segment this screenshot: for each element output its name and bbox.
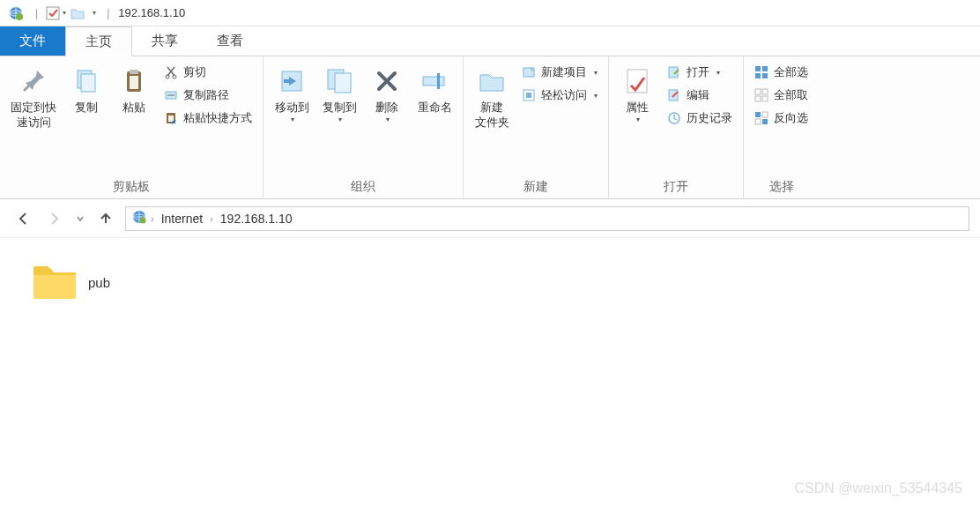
svg-rect-33 xyxy=(762,96,768,101)
newfolder-button[interactable]: 新建 文件夹 xyxy=(469,60,515,134)
chevron-down-icon: ▾ xyxy=(716,69,720,77)
selectnone-button[interactable]: 全部取 xyxy=(749,85,813,106)
cut-label: 剪切 xyxy=(183,64,206,80)
nav-back-button[interactable] xyxy=(11,206,35,231)
delete-label: 删除 xyxy=(375,101,398,116)
clipboard-group-label: 剪贴板 xyxy=(5,175,257,197)
nav-forward-button[interactable] xyxy=(42,206,67,231)
open-button[interactable]: 打开 ▾ xyxy=(662,62,738,83)
qat-folder-icon[interactable] xyxy=(70,5,85,21)
content-area: pub xyxy=(0,238,980,326)
svg-rect-16 xyxy=(335,73,351,93)
selectnone-label: 全部取 xyxy=(774,87,808,103)
rename-label: 重命名 xyxy=(418,101,452,116)
chevron-down-icon: ▾ xyxy=(636,116,640,123)
moveto-icon xyxy=(276,65,308,97)
invertselect-icon xyxy=(754,111,768,125)
svg-rect-13 xyxy=(168,116,174,122)
new-group-label: 新建 xyxy=(469,175,603,197)
rename-icon xyxy=(419,65,450,97)
copyto-icon xyxy=(323,65,355,97)
invertselect-label: 反向选 xyxy=(774,110,808,126)
folder-icon xyxy=(30,259,79,305)
breadcrumb-current[interactable]: 192.168.1.10 xyxy=(217,212,296,226)
copy-button[interactable]: 复制 xyxy=(63,60,109,119)
svg-rect-27 xyxy=(762,66,768,71)
history-icon xyxy=(667,111,681,125)
organize-group-label: 组织 xyxy=(269,175,457,197)
history-label: 历史记录 xyxy=(687,110,732,126)
qat-customize-dropdown[interactable]: ▾ xyxy=(93,9,96,17)
invertselect-button[interactable]: 反向选 xyxy=(749,108,813,129)
copyto-label: 复制到 xyxy=(323,101,357,116)
copypath-button[interactable]: 复制路径 xyxy=(159,85,257,106)
svg-rect-34 xyxy=(755,112,761,117)
edit-button[interactable]: 编辑 xyxy=(662,85,738,106)
qat-checkbox-icon[interactable]: ▾ xyxy=(45,5,66,21)
breadcrumb-root[interactable]: Internet xyxy=(158,212,206,226)
edit-label: 编辑 xyxy=(687,87,709,103)
newfolder-label: 新建 文件夹 xyxy=(475,101,509,130)
tab-file[interactable]: 文件 xyxy=(0,26,65,56)
chevron-down-icon: ▾ xyxy=(291,116,294,123)
easyaccess-label: 轻松访问 xyxy=(541,87,587,103)
titlebar: | ▾ ▾ | 192.168.1.10 xyxy=(0,0,980,26)
history-button[interactable]: 历史记录 xyxy=(662,108,738,129)
svg-rect-31 xyxy=(762,89,768,94)
folder-label: pub xyxy=(88,275,110,290)
chevron-down-icon: ▾ xyxy=(594,69,598,77)
paste-label: 粘贴 xyxy=(122,101,145,116)
tab-view[interactable]: 查看 xyxy=(197,26,263,56)
address-path[interactable]: › Internet › 192.168.1.10 xyxy=(125,206,969,231)
window-title: 192.168.1.10 xyxy=(118,6,185,19)
svg-rect-37 xyxy=(762,119,768,124)
pasteshortcut-button[interactable]: 粘贴快捷方式 xyxy=(159,108,257,129)
selectall-button[interactable]: 全部选 xyxy=(749,62,813,83)
svg-rect-36 xyxy=(755,119,761,124)
ribbon: 固定到快 速访问 复制 粘贴 剪切 xyxy=(0,56,980,199)
copy-label: 复制 xyxy=(75,101,98,116)
nav-up-button[interactable] xyxy=(93,206,118,231)
ribbon-group-select: 全部选 全部取 反向选 选择 xyxy=(744,56,819,198)
pin-icon xyxy=(18,65,49,97)
nav-recent-dropdown[interactable] xyxy=(74,206,86,231)
pin-quickaccess-button[interactable]: 固定到快 速访问 xyxy=(5,60,62,134)
addressbar: › Internet › 192.168.1.10 xyxy=(0,199,980,238)
tab-home[interactable]: 主页 xyxy=(65,26,132,56)
ribbon-group-new: 新建 文件夹 新建项目 ▾ 轻松访问 ▾ 新建 xyxy=(464,56,609,198)
svg-rect-7 xyxy=(130,70,138,74)
pasteshortcut-icon xyxy=(164,111,178,125)
cut-icon xyxy=(164,65,178,79)
chevron-right-icon: › xyxy=(210,213,213,224)
easyaccess-button[interactable]: 轻松访问 ▾ xyxy=(516,85,603,106)
svg-point-2 xyxy=(16,13,23,20)
properties-button[interactable]: 属性 ▾ xyxy=(614,60,660,127)
separator: | xyxy=(107,7,109,19)
internet-icon xyxy=(131,209,147,227)
svg-rect-21 xyxy=(526,93,531,98)
tab-share[interactable]: 共享 xyxy=(132,26,197,56)
chevron-down-icon: ▾ xyxy=(386,116,390,123)
rename-button[interactable]: 重命名 xyxy=(412,60,457,119)
select-group-label: 选择 xyxy=(749,175,813,197)
svg-rect-18 xyxy=(437,73,440,89)
cut-button[interactable]: 剪切 xyxy=(159,62,257,83)
paste-button[interactable]: 粘贴 xyxy=(111,60,157,119)
window-icon xyxy=(7,4,28,22)
delete-button[interactable]: 删除 ▾ xyxy=(364,60,410,127)
svg-rect-17 xyxy=(423,77,444,86)
svg-rect-32 xyxy=(755,96,761,101)
moveto-button[interactable]: 移动到 ▾ xyxy=(269,60,315,127)
svg-rect-29 xyxy=(762,73,768,78)
svg-rect-28 xyxy=(755,73,761,78)
chevron-right-icon: › xyxy=(151,213,154,224)
copy-icon xyxy=(71,65,102,97)
ribbon-tabs: 文件 主页 共享 查看 xyxy=(0,26,980,56)
chevron-down-icon: ▾ xyxy=(338,116,342,123)
copypath-label: 复制路径 xyxy=(183,87,229,103)
newitem-button[interactable]: 新建项目 ▾ xyxy=(516,62,603,83)
folder-item[interactable]: pub xyxy=(26,256,229,309)
selectall-label: 全部选 xyxy=(774,64,808,80)
copyto-button[interactable]: 复制到 ▾ xyxy=(316,60,362,127)
newitem-label: 新建项目 xyxy=(541,64,587,80)
